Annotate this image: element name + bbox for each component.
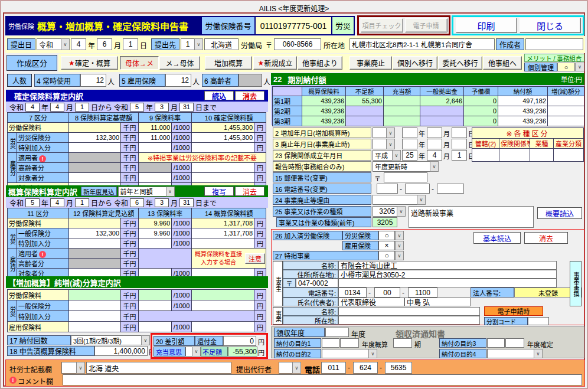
author-field[interactable] [525,38,583,50]
base-field[interactable] [69,311,121,322]
kakushu-field[interactable] [554,149,584,162]
owner-tel3[interactable]: 1100 [408,287,437,298]
kakushu-field[interactable] [530,149,554,162]
dropdown-icon[interactable] [292,362,301,374]
period-field[interactable]: 3 [155,103,169,112]
submit-addr-field[interactable]: 札幌市北区北8西2-1-1 札幌第1合同庁舎 [349,38,495,50]
f17-select[interactable]: 3回(1期/2期/3期) [71,335,150,345]
period-field[interactable]: 31 [179,198,194,207]
dropdown-icon[interactable] [397,206,406,217]
mokuteki1-field-b[interactable] [340,338,359,348]
dropdown-icon[interactable] [575,63,584,71]
kakushu-field[interactable] [499,149,530,162]
kakushu-field[interactable] [472,149,499,162]
f2-month-field[interactable] [427,128,442,138]
period-field[interactable]: 5 [130,103,144,112]
f2-era-select[interactable] [373,128,395,138]
sharoushi-field[interactable]: 北海 道央 [86,362,231,374]
gaiyou-read-button[interactable]: 概要読込 [537,207,582,219]
period-field[interactable]: 3 [155,198,169,207]
close-button[interactable]: 閉じる [520,18,581,33]
dropdown-icon[interactable] [141,335,150,345]
kobetsu-kanri-value[interactable]: ○ [557,63,575,71]
period-field[interactable]: 1 [75,198,89,207]
kubun-botai-me-button[interactable]: 母体→メ [120,56,159,70]
rate-field[interactable] [139,300,172,311]
right-clear-button[interactable]: 消去 [524,232,568,244]
gaisan-copy-button[interactable]: 複写 [204,187,234,196]
rate-field[interactable]: 9.960 [139,228,172,238]
owner-postal-extra[interactable] [338,279,557,287]
f23-era-select[interactable]: 平成 [373,150,401,161]
rate-field[interactable]: 9.960 [139,218,172,228]
owner-rep-title-field[interactable]: 代表取締役 [338,298,404,306]
warn-button[interactable]: 注意 [245,253,265,264]
dropdown-icon[interactable] [534,349,543,358]
f25-name-field[interactable]: 道路新設事業 [409,206,534,228]
footer-tel2[interactable]: 624 [353,362,378,374]
dropdown-icon[interactable] [395,241,404,250]
bunkatsu-field[interactable] [528,317,549,325]
kakutei-read-button[interactable]: 読込 [204,91,234,100]
juto-select[interactable] [185,346,201,357]
f4-field[interactable]: 12 [80,74,106,87]
dropdown-icon[interactable] [386,128,395,138]
base-field[interactable]: 132,300 [69,228,121,238]
submit-dest-select[interactable]: 1 [181,38,203,50]
kakutei-clear-button[interactable]: 消去 [235,91,264,100]
dropdown-icon[interactable] [430,161,439,172]
rate-field[interactable] [139,238,172,249]
submit-dest-name[interactable]: 北海道 [204,38,239,50]
submit-era-select[interactable]: 令和 [37,38,70,50]
rate-field[interactable]: 11.000 [139,123,172,133]
mokuteki3-field-a[interactable] [487,338,505,348]
base-field[interactable] [69,322,121,332]
base-field[interactable] [69,143,121,153]
period-field[interactable]: 5 [25,198,40,207]
f16-tel1[interactable] [377,184,398,194]
dropdown-icon[interactable] [76,362,85,374]
dropdown-icon[interactable] [395,251,404,260]
kubun-haishi-button[interactable]: 事業廃止 [349,56,392,70]
f15-field[interactable] [384,172,427,182]
f23-day-field[interactable]: 1 [452,150,467,161]
comment-field[interactable] [63,374,582,385]
period-field[interactable]: 4 [50,198,64,207]
kubun-zouka-button[interactable]: 増加概算 [205,56,252,70]
f26-koyou-value[interactable]: × [378,241,395,250]
owner-postal-field[interactable]: 047-0002 [296,279,338,287]
period-field[interactable]: 6 [130,198,144,207]
dropdown-icon[interactable] [386,139,395,149]
kubun-kobetsu-button[interactable]: 個別へ移行 [393,56,437,70]
dropdown-icon[interactable] [192,346,201,357]
sharoushi-select[interactable] [61,362,85,374]
f23-month-field[interactable]: 4 [427,150,442,161]
base-field[interactable] [69,290,121,300]
mokuteki3-field-b[interactable] [505,338,524,348]
dropdown-icon[interactable] [61,38,70,50]
gaisan-clear-button[interactable]: 消去 [235,187,264,196]
base-field[interactable] [69,173,121,183]
f16-tel2[interactable] [405,184,430,194]
mokuteki2-select[interactable] [322,349,377,358]
footer-tel3[interactable]: 5635 [385,362,412,374]
kubun-tajiso-yori-button[interactable]: 他事組より [298,56,342,70]
kubun-shinki-button[interactable]: ★新規成立 [253,56,297,70]
denshi-shinsei-button[interactable]: 電子申請時 [484,306,543,316]
item-check-button[interactable]: 項目チェック [361,18,403,32]
base-field[interactable] [69,238,121,249]
f24-select[interactable] [373,195,426,205]
f2-day-field[interactable] [452,128,467,138]
rate-field[interactable] [139,322,172,332]
e-apply-button[interactable]: 電子申請 [405,18,447,32]
owner-tel2[interactable]: 00 [374,287,400,298]
owner-addr-field[interactable]: 小樽市潮見台3050-2 [338,270,557,279]
f18-field[interactable]: 1,400,000 [94,346,148,356]
dropdown-icon[interactable] [417,195,426,205]
kubun-kakutei-gaisan-button[interactable]: ★確定・概算 [61,56,118,70]
f27-value[interactable]: ○ [378,251,395,260]
base-field[interactable] [69,218,121,228]
mikomi-select[interactable]: 前年と同額 [118,187,175,197]
owner-name-field[interactable]: 有限会社海山建工 [338,261,557,270]
f16-tel3[interactable] [437,184,464,194]
